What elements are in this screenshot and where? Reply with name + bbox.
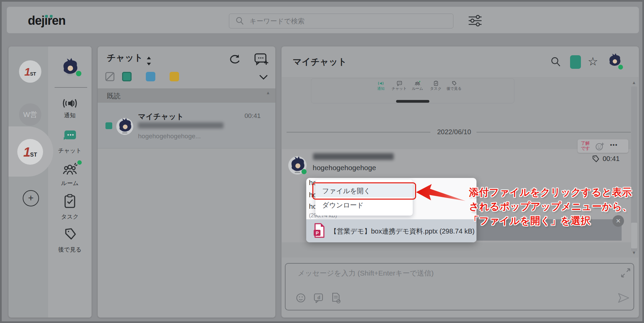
chat-list-title: チャット: [107, 52, 143, 64]
scroll-up-icon[interactable]: ▲: [632, 80, 636, 85]
nav-divider: [55, 87, 87, 88]
more-menu-icon[interactable]: •••: [610, 142, 618, 148]
message-composer[interactable]: メッセージを入力 (Shift+Enterキーで送信) d: [285, 263, 634, 310]
annotation-text-line3: 「ファイルを開く」を選択: [469, 214, 591, 228]
workspace-1st-selected-button[interactable]: 1ST: [17, 139, 43, 165]
blurred-sender-name: [138, 122, 223, 128]
stamp-icon[interactable]: d: [313, 293, 324, 303]
stamp-button[interactable]: 了解です: [581, 141, 590, 151]
workspace-wei-button[interactable]: W営: [19, 103, 41, 126]
scroll-down-icon[interactable]: ▼: [632, 250, 636, 255]
annotation-text-line2: されるポップアップメニューから、: [469, 200, 632, 214]
attachment-row[interactable]: P 【営業デモ】box連携デモ資料.pptx (298.74 kB): [306, 219, 476, 242]
filter-yellow-swatch[interactable]: [170, 72, 179, 81]
nav-item-notifications[interactable]: 通知: [48, 97, 92, 121]
rooms-badge-dot: [77, 160, 82, 165]
chat-list-item[interactable]: マイチャット 00:41 hogehogehogehoge...: [98, 103, 275, 148]
composer-placeholder: メッセージを入力 (Shift+Enterキーで送信): [298, 268, 434, 278]
message-text-line1: hogehogehogehoge: [313, 164, 376, 172]
inline-screenshot-card: 通知 チャット ルーム: [311, 78, 514, 103]
add-reaction-icon[interactable]: [595, 142, 605, 151]
member-status-dot: [618, 65, 623, 69]
blurred-sender-name: [313, 153, 394, 160]
filter-none-icon[interactable]: [104, 71, 115, 82]
app-header: dejiren: [7, 7, 639, 33]
chat-title: マイチャット: [293, 56, 347, 68]
tasks-clipboard-icon: [64, 194, 76, 209]
message-hover-toolbar: 了解です •••: [578, 139, 628, 153]
new-chat-icon[interactable]: [254, 53, 269, 66]
svg-text:d: d: [317, 295, 320, 300]
svg-text:P: P: [316, 230, 319, 236]
scrollbar-thumb[interactable]: [631, 223, 637, 248]
expand-composer-icon[interactable]: [621, 268, 631, 278]
chat-item-title: マイチャット: [138, 112, 184, 122]
attachment-filename: 【営業デモ】box連携デモ資料.pptx (298.74 kB): [330, 227, 474, 236]
status-dot: [76, 71, 81, 76]
mini-tasks-icon: [434, 81, 438, 86]
list-scroll-up-icon[interactable]: ▲: [266, 90, 270, 95]
annotation-text-line1: 添付ファイルをクリックすると表示: [469, 186, 632, 199]
annotation-arrow: [415, 183, 466, 204]
filter-blue-swatch[interactable]: [146, 72, 155, 81]
read-section-header: 既読: [98, 88, 275, 103]
global-search: [229, 14, 453, 28]
search-input[interactable]: [249, 14, 447, 28]
clipped-footer-text: [23, 322, 89, 323]
logo-dot-icon: [50, 15, 53, 18]
mini-rooms-icon: [414, 81, 421, 86]
nav-item-chat[interactable]: チャット: [48, 128, 92, 156]
logo-dot-icon: [45, 15, 48, 18]
chat-item-avatar: [116, 118, 133, 135]
watch-later-tag-icon: [64, 227, 77, 241]
ninja-avatar-icon: [116, 118, 133, 135]
sort-toggle[interactable]: [147, 55, 151, 67]
chat-color-tag[interactable]: [570, 55, 581, 69]
date-divider-line: [476, 132, 631, 133]
rooms-people-icon: [62, 162, 78, 176]
chat-list-panel: [98, 46, 275, 318]
mini-chat-icon: [396, 81, 402, 86]
pptx-file-icon: P: [313, 223, 325, 238]
mini-watch-later-icon: [452, 81, 457, 86]
workspace-1st-button[interactable]: 1ST: [19, 60, 41, 83]
message-tag-icon[interactable]: [592, 155, 600, 163]
send-icon[interactable]: [617, 292, 630, 304]
filter-teal-swatch[interactable]: [122, 72, 132, 81]
add-workspace-button[interactable]: +: [23, 190, 39, 206]
chat-bubbles-icon: [62, 129, 77, 143]
sender-status-dot: [301, 169, 307, 174]
chat-item-preview: hogehogehogehoge...: [138, 133, 201, 140]
chat-color-badge: [105, 122, 112, 129]
nav-item-rooms[interactable]: ルーム: [48, 160, 92, 189]
chat-item-time: 00:41: [245, 112, 261, 120]
app-window: dejiren 1ST W営 1ST: [0, 0, 644, 323]
filter-sliders-icon[interactable]: [467, 14, 483, 27]
nav-item-tasks[interactable]: タスク: [48, 193, 92, 222]
chat-search-icon[interactable]: [550, 57, 561, 67]
favorite-star-icon[interactable]: ☆: [588, 55, 598, 68]
annotation-highlight-box: [312, 182, 416, 200]
attach-file-icon[interactable]: [331, 292, 341, 304]
refresh-icon[interactable]: [228, 53, 241, 65]
message-time: 00:41: [603, 155, 620, 163]
mini-notification-icon: [378, 81, 384, 86]
notification-megaphone-icon: [62, 97, 78, 109]
inline-card-indicator: [396, 100, 429, 103]
attachment-close-icon[interactable]: ✕: [612, 215, 624, 227]
date-divider: 2022/06/10: [437, 128, 471, 136]
chevron-down-icon[interactable]: [259, 74, 268, 80]
emoji-icon[interactable]: [296, 293, 306, 303]
search-icon: [235, 17, 244, 25]
date-divider-line: [287, 132, 430, 133]
nav-item-watch-later[interactable]: 後で見る: [48, 226, 92, 255]
